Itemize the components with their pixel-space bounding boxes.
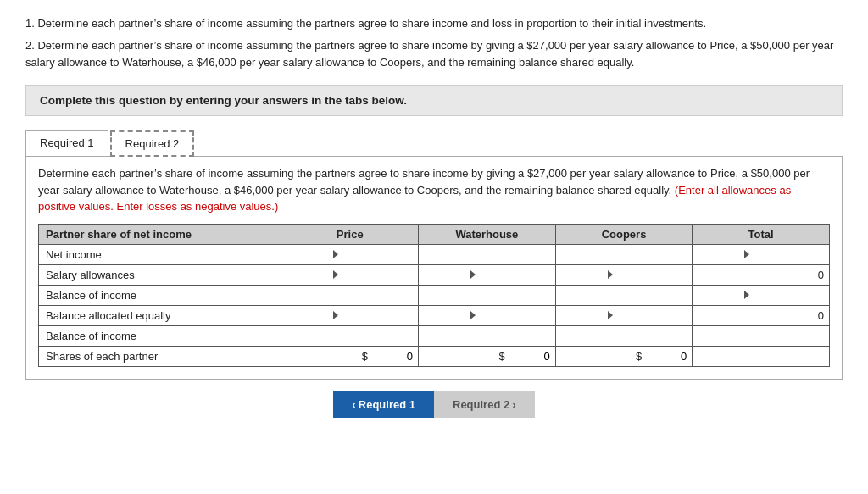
waterhouse-input-cell xyxy=(419,264,556,285)
next-button[interactable]: Required 2 › xyxy=(434,391,535,418)
waterhouse-input-cell xyxy=(419,244,556,264)
coopers-input-cell xyxy=(555,285,693,305)
chevron-right-icon: › xyxy=(509,399,515,411)
coopers-input[interactable] xyxy=(619,289,687,302)
row-label: Balance of income xyxy=(39,285,281,305)
total-val-cell: 0 xyxy=(693,264,830,285)
income-table: Partner share of net income Price Waterh… xyxy=(38,224,830,367)
chevron-left-icon: ‹ xyxy=(352,399,358,411)
arrow-icon xyxy=(333,311,338,319)
row-label: Balance of income xyxy=(39,325,281,346)
total-input-cell xyxy=(693,285,830,305)
total-val-cell: 0 xyxy=(693,305,830,325)
price-input-cell xyxy=(281,305,419,325)
row-label: Salary allowances xyxy=(39,264,281,285)
total-input-cell xyxy=(693,325,830,346)
price-input[interactable] xyxy=(345,269,413,281)
price-input-cell xyxy=(281,285,419,305)
coopers-input-cell xyxy=(555,325,693,346)
col-header-waterhouse: Waterhouse xyxy=(419,224,556,244)
price-input[interactable] xyxy=(345,330,413,342)
col-header-label: Partner share of net income xyxy=(39,224,281,244)
row-label: Shares of each partner xyxy=(39,346,281,366)
price-input-cell xyxy=(281,244,419,264)
table-row: Balance of income xyxy=(39,285,830,305)
intro-line2: 2. Determine each partner’s share of inc… xyxy=(25,37,843,71)
waterhouse-input-cell xyxy=(419,325,556,346)
price-input[interactable] xyxy=(345,309,413,322)
total-input-cell xyxy=(693,244,830,264)
waterhouse-input[interactable] xyxy=(482,309,550,322)
arrow-icon xyxy=(470,270,476,279)
price-dollar-cell: $ xyxy=(281,346,419,366)
coopers-input[interactable] xyxy=(644,350,687,363)
waterhouse-input[interactable] xyxy=(482,248,550,261)
total-input[interactable] xyxy=(756,289,824,302)
row-label: Net income xyxy=(39,244,281,264)
coopers-input[interactable] xyxy=(619,269,687,281)
total-input-cell xyxy=(693,346,830,366)
intro-section: 1. Determine each partner’s share of inc… xyxy=(25,15,843,71)
intro-line1: 1. Determine each partner’s share of inc… xyxy=(25,15,843,32)
price-input-cell xyxy=(281,325,419,346)
coopers-input-cell xyxy=(555,305,693,325)
table-row: Balance allocated equally 0 xyxy=(39,305,830,325)
coopers-input-cell xyxy=(555,264,693,285)
waterhouse-input-cell xyxy=(419,285,556,305)
total-input[interactable] xyxy=(756,248,824,261)
nav-buttons: ‹ Required 1 Required 2 › xyxy=(25,391,843,418)
waterhouse-input[interactable] xyxy=(482,289,550,302)
total-input[interactable] xyxy=(756,350,824,363)
table-row: Salary allowances 0 xyxy=(39,264,830,285)
coopers-dollar-cell: $ xyxy=(555,346,693,366)
price-input[interactable] xyxy=(345,248,413,261)
price-input-cell xyxy=(281,264,419,285)
tabs-row: Required 1 Required 2 xyxy=(25,130,843,156)
arrow-icon xyxy=(744,250,749,258)
col-header-total: Total xyxy=(693,224,830,244)
table-row: Balance of income xyxy=(39,325,830,346)
arrow-icon xyxy=(744,291,749,299)
coopers-input[interactable] xyxy=(619,330,687,342)
arrow-icon xyxy=(333,250,338,258)
waterhouse-input[interactable] xyxy=(508,350,550,363)
waterhouse-input[interactable] xyxy=(482,330,550,342)
table-row: Net income xyxy=(39,244,830,264)
tab-description: Determine each partner’s share of income… xyxy=(38,165,830,215)
waterhouse-dollar-cell: $ xyxy=(419,346,556,366)
tab-required1[interactable]: Required 1 xyxy=(25,130,108,157)
price-input[interactable] xyxy=(370,350,413,363)
total-input[interactable] xyxy=(756,330,824,342)
col-header-price: Price xyxy=(281,224,419,244)
col-header-coopers: Coopers xyxy=(555,224,693,244)
table-row: Shares of each partner $ $ $ xyxy=(39,346,830,366)
waterhouse-input-cell xyxy=(419,305,556,325)
arrow-icon xyxy=(608,270,613,279)
arrow-icon xyxy=(333,270,338,279)
dollar-sign: $ xyxy=(362,350,368,363)
arrow-icon xyxy=(470,311,476,319)
waterhouse-input[interactable] xyxy=(482,269,550,281)
price-input[interactable] xyxy=(345,289,413,302)
prev-button[interactable]: ‹ Required 1 xyxy=(333,391,434,418)
coopers-input-cell xyxy=(555,244,693,264)
tab-content-area: Determine each partner’s share of income… xyxy=(25,156,843,380)
tab-required2[interactable]: Required 2 xyxy=(110,130,195,157)
dollar-sign: $ xyxy=(498,350,504,363)
row-label: Balance allocated equally xyxy=(39,305,281,325)
dollar-sign: $ xyxy=(636,350,642,363)
coopers-input[interactable] xyxy=(619,248,687,261)
instruction-box: Complete this question by entering your … xyxy=(25,85,843,116)
coopers-input[interactable] xyxy=(619,309,687,322)
arrow-icon xyxy=(608,311,613,319)
